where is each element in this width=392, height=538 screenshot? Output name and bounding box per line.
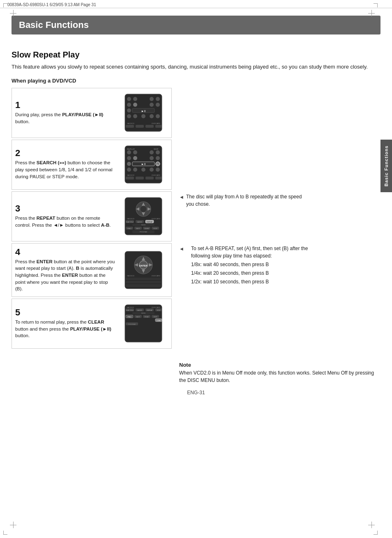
step-note-line-4-3: 1/2x: wait 10 seconds, then press B <box>186 278 311 285</box>
subsection-label: When playing a DVD/VCD <box>12 78 380 84</box>
svg-rect-47 <box>136 177 144 179</box>
step-note-text-3: The disc will play from A to B repeatedl… <box>186 193 311 208</box>
svg-rect-19 <box>126 125 134 128</box>
svg-point-12 <box>127 114 131 118</box>
svg-point-9 <box>127 108 131 113</box>
corner-tl <box>3 3 7 7</box>
remote-img-5: SACD/CD DVD/CARD SUB·TITLE AUDIO REPEAT … <box>119 303 168 344</box>
step-box-4: 4 Press the ENTER button at the point wh… <box>12 243 172 297</box>
step-text-4: 4 Press the ENTER button at the point wh… <box>15 248 115 292</box>
step-box-1: 1 During play, press the PLAY/PAUSE (►II… <box>12 88 172 138</box>
title-banner: Basic Functions <box>12 16 380 34</box>
remote-svg-3: SACD/CD DVD/CARD SUB·TITLE AUDIO REPEAT <box>121 197 166 236</box>
svg-text:DVD/CARD: DVD/CARD <box>152 122 160 124</box>
remote-svg-2: REPLAY SKIP <box>121 145 166 184</box>
cross-tl <box>10 10 16 16</box>
svg-point-5 <box>127 103 131 107</box>
svg-text:STEP: STEP <box>157 310 161 311</box>
svg-text:SACD/CD: SACD/CD <box>127 306 134 308</box>
svg-text:STEP: STEP <box>153 316 157 318</box>
file-info-left: 00839A-SD-6980SU-1 6/29/05 9:13 AM Page … <box>7 2 96 7</box>
svg-text:REPLAY: REPLAY <box>127 148 135 150</box>
note-box-title: Note <box>179 362 380 368</box>
svg-point-15 <box>150 114 154 118</box>
svg-rect-49 <box>155 177 162 179</box>
svg-text:DVD/CARD: DVD/CARD <box>152 218 160 220</box>
step-desc-4: Press the ENTER button at the point wher… <box>15 258 115 292</box>
svg-point-30 <box>127 156 131 160</box>
step-note-3: ◄ The disc will play from A to B repeate… <box>179 191 311 210</box>
svg-text:AUDIO: AUDIO <box>137 221 142 223</box>
remote-img-3: SACD/CD DVD/CARD SUB·TITLE AUDIO REPEAT <box>119 196 168 237</box>
corner-tr <box>374 3 378 7</box>
remote-img-2: REPLAY SKIP <box>119 144 168 185</box>
svg-text:CLEAR: CLEAR <box>157 320 161 322</box>
section-title: Slow Repeat Play <box>12 50 380 60</box>
svg-text:SACD/CD: SACD/CD <box>127 275 134 277</box>
step-number-2: 2 <box>15 149 115 158</box>
step-row-3: 3 Press the REPEAT button on the remote … <box>12 191 380 241</box>
remote-svg-1: ►II SACD/CD DVD/CARD <box>121 93 166 132</box>
svg-text:►II: ►II <box>141 110 146 113</box>
remote-img-4: ENTER SACD/CD DVD/CARD <box>119 249 168 290</box>
svg-text:PREV: PREV <box>127 316 131 318</box>
step-text-5: 5 To return to normal play, press the CL… <box>15 308 115 339</box>
steps-area: 1 During play, press the PLAY/PAUSE (►II… <box>12 88 380 350</box>
remote-svg-5: SACD/CD DVD/CARD SUB·TITLE AUDIO REPEAT … <box>121 304 166 343</box>
svg-rect-88 <box>126 281 161 283</box>
svg-text:»: » <box>157 163 159 166</box>
svg-point-14 <box>141 114 145 118</box>
side-tab-text: Basic Functions <box>384 145 389 186</box>
svg-point-31 <box>133 156 137 160</box>
cross-tr <box>368 10 375 16</box>
svg-point-3 <box>150 97 154 101</box>
note-content: Note When VCD2.0 is in Menu Off mode onl… <box>179 362 380 384</box>
step-text-2: 2 Press the SEARCH (»») button to choose… <box>15 149 115 180</box>
step-number-3: 3 <box>15 204 115 213</box>
step-note-bullet-3: ◄ The disc will play from A to B repeate… <box>179 193 311 208</box>
svg-text:SUB·TITLE: SUB·TITLE <box>126 310 134 311</box>
svg-point-32 <box>150 156 154 160</box>
svg-point-56 <box>140 206 147 212</box>
svg-point-40 <box>133 168 137 172</box>
note-box: Note When VCD2.0 is in Menu Off mode onl… <box>12 354 380 384</box>
svg-point-26 <box>127 150 131 154</box>
svg-text:INDEX: INDEX <box>141 224 146 226</box>
step-text-3: 3 Press the REPEAT button on the remote … <box>15 204 115 228</box>
svg-text:AUDIO: AUDIO <box>137 310 142 311</box>
svg-text:REPEAT: REPEAT <box>147 310 153 311</box>
step-row-1: 1 During play, press the PLAY/PAUSE (►II… <box>12 88 380 138</box>
svg-text:INDEX: INDEX <box>141 313 146 314</box>
svg-point-7 <box>150 103 154 107</box>
step-row-2: 2 Press the SEARCH (»») button to choose… <box>12 140 380 190</box>
svg-rect-22 <box>155 125 162 128</box>
file-info: 00839A-SD-6980SU-1 6/29/05 9:13 AM Page … <box>0 0 392 8</box>
svg-text:SKIP: SKIP <box>154 148 159 150</box>
svg-text:DVD/CARD: DVD/CARD <box>152 174 160 176</box>
step-note-4: ◄ To set A-B REPEAT, set (A) first, then… <box>179 243 311 289</box>
step-row-4: 4 Press the ENTER button at the point wh… <box>12 243 380 297</box>
step-note-lines-4: To set A-B REPEAT, set (A) first, then s… <box>186 245 311 287</box>
corner-bl <box>3 531 7 535</box>
step-box-5: 5 To return to normal play, press the CL… <box>12 299 172 349</box>
svg-text:STOP: STOP <box>153 228 157 230</box>
svg-point-43 <box>156 168 160 172</box>
svg-text:SACD/CD: SACD/CD <box>127 174 134 176</box>
svg-rect-46 <box>126 177 134 179</box>
bullet-tri-3: ◄ <box>179 193 184 201</box>
svg-point-2 <box>133 97 137 101</box>
svg-point-28 <box>150 150 154 154</box>
svg-point-13 <box>133 114 137 118</box>
svg-text:PROGRAM: PROGRAM <box>140 231 147 233</box>
page-number: ENG-31 <box>12 390 380 400</box>
step-desc-1: During play, press the PLAY/PAUSE (►II) … <box>15 111 115 125</box>
svg-point-16 <box>156 114 160 118</box>
page-wrapper: 00839A-SD-6980SU-1 6/29/05 9:13 AM Page … <box>0 0 392 538</box>
svg-text:SACD/CD: SACD/CD <box>127 122 134 124</box>
corner-br <box>374 531 378 535</box>
bullet-tri-4: ◄ <box>179 245 184 253</box>
svg-point-42 <box>150 168 154 172</box>
svg-text:REPEAT: REPEAT <box>147 221 153 223</box>
step-note-line-4-2: 1/4x: wait 20 seconds, then press B <box>186 269 311 277</box>
step-number-4: 4 <box>15 248 115 257</box>
